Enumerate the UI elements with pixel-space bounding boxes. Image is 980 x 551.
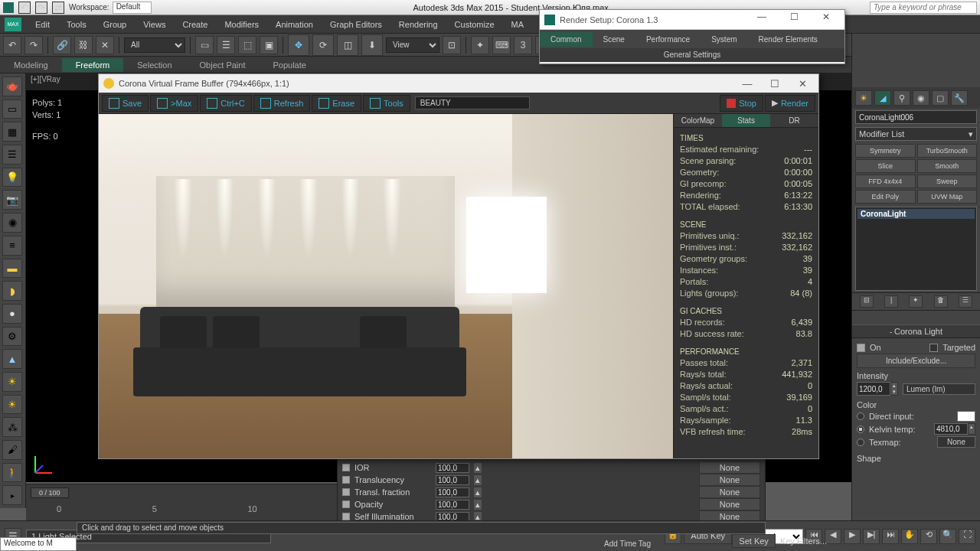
window-crossing-button[interactable]: ▣ (260, 36, 278, 54)
mod-symmetry[interactable]: Symmetry (855, 144, 916, 158)
modifier-stack[interactable]: CoronaLight (855, 207, 977, 291)
dome-icon[interactable]: ◗ (2, 281, 22, 301)
render-setup-titlebar[interactable]: Render Setup: Corona 1.3 — ☐ ✕ (540, 10, 844, 30)
rs-tab-system[interactable]: System (701, 32, 747, 47)
make-unique-icon[interactable]: ✦ (909, 295, 923, 308)
intensity-field[interactable] (857, 382, 890, 396)
vfb-refresh-button[interactable]: Refresh (253, 95, 311, 112)
color-swatch[interactable] (957, 411, 975, 422)
menu-rendering[interactable]: Rendering (391, 18, 446, 31)
unlink-button[interactable]: ⛓ (74, 36, 93, 54)
zoom-icon[interactable]: 🔍 (939, 529, 956, 544)
redo-button[interactable]: ↷ (24, 36, 43, 54)
light-icon[interactable]: 💡 (2, 168, 22, 187)
maximize-vp-icon[interactable]: ⛶ (959, 529, 975, 544)
ribbon-freeform[interactable]: Freeform (62, 58, 124, 72)
workspace-selector[interactable]: Default (113, 2, 152, 14)
texmap-button[interactable]: None (937, 436, 975, 448)
keyboard-button[interactable]: ⌨ (492, 36, 511, 54)
maxscript-listener[interactable]: Welcome to M (0, 537, 77, 551)
vfb-tab-dr[interactable]: DR (770, 114, 818, 127)
texmap-radio[interactable] (857, 439, 864, 446)
menu-customize[interactable]: Customize (447, 18, 502, 31)
utilities-tab-icon[interactable]: 🔧 (951, 90, 968, 106)
ribbon-selection[interactable]: Selection (123, 58, 185, 72)
setkey-button[interactable]: Set Key (732, 534, 776, 548)
vfb-channel-select[interactable]: BEAUTY (415, 96, 530, 109)
hierarchy-tab-icon[interactable]: ⚲ (893, 90, 910, 106)
rs-general-settings[interactable]: General Settings (540, 48, 844, 62)
vfb-maximize-icon[interactable]: ☐ (763, 78, 786, 90)
menu-maxscript[interactable]: MA (504, 18, 532, 31)
layers-icon[interactable]: ≡ (2, 236, 22, 256)
ribbon-modeling[interactable]: Modeling (0, 58, 62, 72)
rs-tab-elements[interactable]: Render Elements (748, 32, 828, 47)
menu-animation[interactable]: Animation (268, 18, 321, 31)
move-button[interactable]: ✥ (288, 34, 309, 56)
kelvin-radio[interactable] (857, 425, 864, 433)
time-slider[interactable]: 0 / 100 (31, 487, 69, 498)
menu-modifiers[interactable]: Modifiers (217, 18, 266, 31)
menu-views[interactable]: Views (136, 18, 173, 31)
intensity-unit[interactable]: Lumen (lm) (903, 383, 975, 395)
add-time-tag[interactable]: Add Time Tag (604, 540, 651, 548)
vfb-render-button[interactable]: ▶Render (765, 95, 815, 112)
sphere-icon[interactable]: ● (2, 304, 22, 324)
vfb-erase-button[interactable]: Erase (312, 95, 361, 112)
targeted-checkbox[interactable] (929, 344, 938, 352)
stack-item[interactable]: CoronaLight (858, 209, 975, 219)
snap-button[interactable]: 3 (514, 36, 532, 54)
mod-sweep[interactable]: Sweep (917, 174, 978, 188)
menu-create[interactable]: Create (175, 18, 215, 31)
vfb-tab-colormap[interactable]: ColorMap (674, 114, 722, 127)
ribbon-object-paint[interactable]: Object Paint (186, 58, 260, 72)
object-name-field[interactable] (855, 110, 977, 124)
mod-editpoly[interactable]: Edit Poly (855, 190, 916, 204)
expand-icon[interactable]: ▸ (2, 485, 22, 505)
pin-stack-icon[interactable]: ⊟ (860, 295, 874, 308)
menu-tools[interactable]: Tools (59, 18, 94, 31)
scale-button[interactable]: ◫ (337, 34, 358, 56)
link-button[interactable]: 🔗 (53, 36, 71, 54)
rollout-corona-light[interactable]: - Corona Light (852, 324, 980, 338)
select-name-button[interactable]: ☰ (217, 36, 235, 54)
vfb-stop-button[interactable]: Stop (720, 95, 763, 112)
orbit-icon[interactable]: ⟲ (920, 529, 937, 544)
prev-frame-icon[interactable]: ◀ (825, 529, 841, 544)
sun2-icon[interactable]: ☀ (2, 395, 22, 415)
menu-group[interactable]: Group (96, 18, 135, 31)
modify-tab-icon[interactable]: ◢ (874, 90, 891, 106)
place-button[interactable]: ⬇ (361, 34, 383, 56)
vfb-tools-button[interactable]: Tools (363, 95, 410, 112)
biped-icon[interactable]: 🚶 (2, 463, 22, 483)
ribbon-populate[interactable]: Populate (259, 58, 319, 72)
manipulate-button[interactable]: ✦ (471, 36, 489, 54)
create-tab-icon[interactable]: ☀ (855, 90, 872, 106)
render-preview[interactable] (99, 114, 673, 458)
maximize-icon[interactable]: ☐ (780, 11, 808, 28)
mod-uvw[interactable]: UVW Map (917, 190, 978, 204)
display-tab-icon[interactable]: ▢ (932, 90, 949, 106)
list-icon[interactable]: ☰ (2, 145, 22, 165)
box-icon[interactable]: ▬ (2, 259, 22, 279)
rs-tab-scene[interactable]: Scene (593, 32, 635, 47)
goto-end-icon[interactable]: ⏭ (882, 529, 899, 544)
grid-icon[interactable]: ▦ (2, 122, 22, 142)
minimize-icon[interactable]: — (748, 11, 776, 28)
vfb-tab-stats[interactable]: Stats (722, 114, 770, 127)
play-icon[interactable]: ▶ (844, 529, 861, 544)
vfb-ctrlc-button[interactable]: Ctrl+C (200, 95, 251, 112)
mod-slice[interactable]: Slice (855, 159, 916, 173)
max-logo[interactable]: MAX (5, 18, 21, 31)
vfb-titlebar[interactable]: Corona Virtual Frame Buffer (794x466px, … (99, 74, 818, 93)
motion-tab-icon[interactable]: ◉ (913, 90, 929, 106)
select-object-button[interactable]: ▭ (195, 36, 214, 54)
bind-button[interactable]: ✕ (96, 36, 114, 54)
vfb-close-icon[interactable]: ✕ (791, 78, 814, 90)
next-frame-icon[interactable]: ▶| (863, 529, 880, 544)
sun-icon[interactable]: ☀ (2, 372, 22, 392)
mod-ffd[interactable]: FFD 4x4x4 (855, 174, 916, 188)
pivot-button[interactable]: ⊡ (443, 36, 461, 54)
menu-graph-editors[interactable]: Graph Editors (322, 18, 390, 31)
rs-tab-performance[interactable]: Performance (635, 32, 701, 47)
